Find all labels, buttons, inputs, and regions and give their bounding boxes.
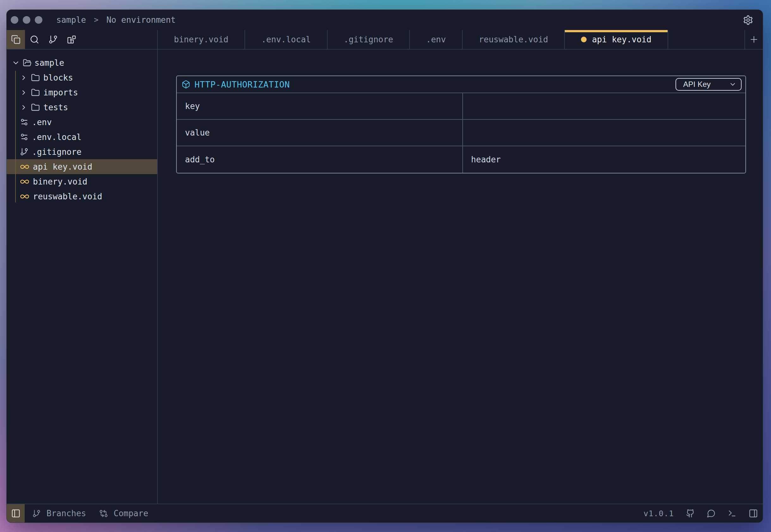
unsaved-dot [581, 37, 587, 42]
tree-item-label: binery.void [33, 177, 87, 186]
tree-item-label: .env [32, 118, 52, 127]
tree-item-gitignore[interactable]: .gitignore [7, 144, 157, 159]
tree-item-imports[interactable]: imports [7, 85, 157, 100]
search-panel-button[interactable] [25, 30, 44, 49]
auth-type-dropdown[interactable]: API Key [676, 78, 742, 91]
settings-sliders-icon [20, 133, 28, 141]
folder-open-icon [23, 58, 32, 67]
chevron-right-icon [20, 89, 27, 96]
tab-binery-void[interactable]: binery.void [158, 30, 245, 49]
blocks-panel-button[interactable] [63, 30, 81, 49]
tree-item-sample[interactable]: sample [7, 55, 157, 70]
app-window: sample > No environment [6, 9, 763, 523]
message-circle-icon [707, 509, 716, 518]
terminal-button[interactable] [728, 509, 737, 518]
tab-env-local[interactable]: .env.local [245, 30, 328, 49]
files-panel-button[interactable] [7, 30, 25, 49]
zoom-button[interactable] [35, 16, 42, 24]
minimize-button[interactable] [23, 16, 30, 24]
settings-button[interactable] [743, 15, 753, 25]
tree-item-label: reuswable.void [33, 192, 102, 201]
tab-reuswable-void[interactable]: reuswable.void [463, 30, 565, 49]
auth-row-key: key [177, 93, 745, 120]
tabbar: binery.void .env.local .gitignore .env r… [158, 30, 763, 50]
git-compare-icon [99, 509, 108, 518]
search-icon [30, 35, 39, 44]
chevron-down-icon [729, 81, 737, 88]
traffic-lights [11, 16, 42, 24]
tree-item-label: imports [43, 88, 78, 97]
tree-item-label: blocks [43, 73, 73, 82]
auth-type-value: API Key [683, 80, 711, 89]
breadcrumb: sample > No environment [56, 15, 176, 25]
file-tree: sample blocks [7, 50, 157, 504]
tree-item-label: tests [43, 103, 68, 112]
tree-item-reuswable-void[interactable]: reuswable.void [7, 189, 157, 204]
row-label: key [177, 93, 462, 119]
tree-item-env-local[interactable]: .env.local [7, 130, 157, 144]
tab-api-key-void[interactable]: api key.void [565, 30, 668, 49]
cube-icon [181, 80, 190, 89]
blocks-icon [67, 35, 76, 44]
chevron-right-icon [20, 74, 27, 82]
breadcrumb-separator: > [94, 15, 98, 24]
environment-selector[interactable]: No environment [106, 15, 175, 25]
tab-env[interactable]: .env [410, 30, 463, 49]
key-value-input[interactable] [462, 93, 745, 119]
infinity-icon [20, 192, 29, 201]
settings-sliders-icon [20, 118, 28, 126]
panel-right-icon [749, 509, 758, 518]
panel-title: HTTP-AUTHORIZATION [195, 80, 290, 89]
sidebar-icon-strip [7, 30, 157, 50]
new-tab-button[interactable] [744, 30, 763, 49]
files-icon [11, 35, 21, 44]
infinity-icon [20, 177, 29, 186]
add-to-value-input[interactable]: header [462, 146, 745, 173]
folder-icon [31, 73, 40, 82]
chevron-right-icon [20, 104, 27, 111]
gear-icon [743, 15, 753, 25]
plus-icon [749, 34, 759, 45]
chevron-down-icon [12, 59, 20, 67]
tree-item-binery-void[interactable]: binery.void [7, 174, 157, 189]
tabbar-spacer [668, 30, 744, 49]
tree-item-env[interactable]: .env [7, 115, 157, 130]
github-button[interactable] [686, 509, 695, 518]
git-branch-icon [20, 148, 28, 156]
folder-icon [31, 88, 40, 97]
folder-icon [31, 103, 40, 112]
feedback-button[interactable] [707, 509, 716, 518]
tree-item-api-key-void[interactable]: api key.void [7, 159, 157, 174]
branches-button[interactable]: Branches [32, 504, 86, 523]
git-panel-button[interactable] [44, 30, 62, 49]
tree-item-blocks[interactable]: blocks [7, 70, 157, 85]
statusbar: Branches Compare v1.0.1 [7, 504, 763, 523]
tree-item-label: sample [34, 58, 64, 68]
tree-item-label: .gitignore [32, 147, 82, 157]
http-authorization-panel: HTTP-AUTHORIZATION API Key key v [176, 76, 746, 173]
app-version: v1.0.1 [644, 509, 674, 518]
panel-header: HTTP-AUTHORIZATION API Key [177, 76, 745, 93]
editor-area: HTTP-AUTHORIZATION API Key key v [158, 50, 763, 504]
terminal-icon [728, 509, 737, 518]
right-panel-toggle-button[interactable] [749, 509, 758, 518]
row-label: value [177, 120, 462, 146]
git-branch-icon [32, 509, 41, 518]
close-button[interactable] [11, 16, 18, 24]
auth-row-value: value [177, 120, 745, 146]
row-label: add_to [177, 146, 462, 173]
auth-row-add-to: add_to header [177, 146, 745, 173]
git-branch-icon [48, 35, 58, 44]
compare-button[interactable]: Compare [99, 504, 148, 523]
tree-item-tests[interactable]: tests [7, 100, 157, 115]
panel-left-icon [11, 509, 21, 518]
value-value-input[interactable] [462, 120, 745, 146]
infinity-icon [20, 162, 29, 172]
tab-gitignore[interactable]: .gitignore [328, 30, 410, 49]
tree-item-label: api key.void [33, 162, 92, 172]
titlebar: sample > No environment [7, 10, 763, 30]
tree-item-label: .env.local [32, 132, 82, 142]
project-name[interactable]: sample [56, 15, 86, 25]
github-icon [686, 509, 695, 518]
sidebar-toggle-button[interactable] [7, 504, 25, 523]
